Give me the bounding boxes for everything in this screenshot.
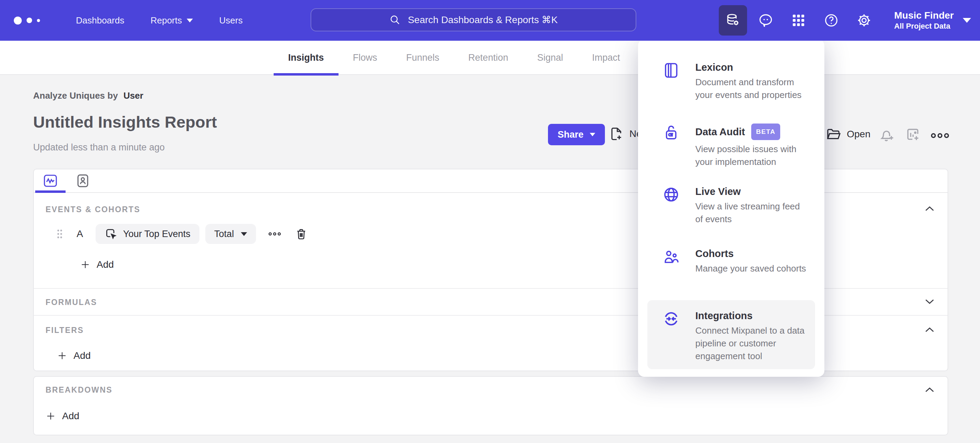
aggregation-dropdown[interactable]: Total [205,224,256,244]
tab-label: Impact [592,52,620,63]
project-selector[interactable]: Music Finder All Project Data [894,10,971,31]
feedback-button[interactable] [752,5,780,35]
section-label: BREAKDOWNS [46,385,936,395]
plus-icon [80,259,91,270]
grid-icon [791,13,806,28]
breakdowns-card: BREAKDOWNS Add [33,376,948,435]
menu-item-data-audit[interactable]: Data AuditBETA View possible issues with… [648,114,815,176]
breadcrumb-value[interactable]: User [124,91,143,101]
tab-funnels[interactable]: Funnels [391,41,454,75]
mixpanel-logo[interactable] [14,17,62,24]
menu-item-description: Manage your saved cohorts [695,262,808,275]
nav-links: Dashboards Reports Users [76,15,243,26]
caret-down-icon [963,18,971,23]
share-button[interactable]: Share [548,124,605,145]
menu-item-description: Document and transform your events and p… [695,76,808,102]
file-plus-icon [609,126,624,141]
data-management-button[interactable] [719,5,747,35]
menu-item-title: Live View [695,186,741,197]
builder-tab-metrics[interactable] [42,173,59,189]
expand-chevron-down-icon[interactable] [924,298,935,305]
menu-item-title: Lexicon [695,62,733,73]
caret-down-icon [590,133,595,136]
updated-timestamp: Updated less than a minute ago [33,142,165,153]
collapse-chevron-up-icon[interactable] [924,326,935,333]
pulse-chart-icon [42,173,59,189]
collapse-chevron-up-icon[interactable] [924,386,935,394]
menu-item-lexicon[interactable]: Lexicon Document and transform your even… [648,52,815,114]
settings-button[interactable] [850,5,878,35]
nav-item-reports[interactable]: Reports [150,15,193,26]
event-name: Your Top Events [123,229,191,240]
logo-dot [37,19,40,22]
help-circle-icon [823,13,839,28]
top-nav: Dashboards Reports Users Search Dashboar… [0,0,980,41]
bell-plus-icon [878,127,895,143]
nav-item-label: Users [219,15,243,26]
gear-icon [856,13,872,28]
logo-dot [27,17,32,23]
integrations-sync-icon [662,310,680,328]
tab-signal[interactable]: Signal [523,41,578,75]
add-breakdown-button[interactable]: Add [46,411,936,422]
open-report-button[interactable]: Open [826,126,870,142]
kebab-menu-icon [268,231,282,237]
search-placeholder: Search Dashboards & Reports ⌘K [408,14,558,25]
chat-bubble-icon [758,13,774,28]
collapse-chevron-up-icon[interactable] [924,205,935,213]
apps-grid-button[interactable] [784,5,813,35]
tab-retention[interactable]: Retention [454,41,523,75]
lexicon-book-icon [662,62,680,79]
nav-right-cluster: Music Finder All Project Data [714,0,971,41]
event-selector-button[interactable]: Your Top Events [95,224,199,244]
nav-item-label: Reports [150,15,182,26]
menu-item-title: Integrations [695,310,752,321]
page-title[interactable]: Untitled Insights Report [33,113,217,132]
delete-series-button[interactable] [295,227,308,241]
menu-item-title: Data Audit [695,126,745,137]
nav-item-users[interactable]: Users [219,15,243,26]
drag-handle-icon[interactable] [54,228,65,240]
tab-label: Flows [353,52,377,63]
search-input[interactable]: Search Dashboards & Reports ⌘K [310,8,636,32]
menu-item-title: Cohorts [695,248,733,259]
tab-flows[interactable]: Flows [339,41,392,75]
menu-item-description: Connect Mixpanel to a data pipeline or c… [695,324,808,363]
logo-dot [14,17,22,24]
tab-impact[interactable]: Impact [578,41,635,75]
menu-item-live-view[interactable]: Live View View a live streaming feed of … [648,176,815,238]
plus-icon [57,351,67,361]
cohorts-people-icon [662,248,680,266]
tab-label: Signal [537,52,563,63]
report-tabbar: Insights Flows Funnels Retention Signal … [0,41,980,75]
active-tab-underline [35,191,65,193]
trash-icon [295,227,308,241]
aggregation-value: Total [214,229,234,240]
add-label: Add [62,411,80,422]
menu-item-integrations[interactable]: Integrations Connect Mixpanel to a data … [648,300,815,369]
project-name: Music Finder [894,10,954,21]
add-to-dashboard-button[interactable] [905,126,921,144]
profile-card-icon [75,173,91,189]
tab-label: Funnels [406,52,439,63]
builder-tab-profiles[interactable] [75,173,91,189]
more-actions-button[interactable] [930,131,950,141]
series-options-button[interactable] [268,231,282,237]
database-gear-icon [725,13,741,28]
help-button[interactable] [817,5,845,35]
caret-down-icon [187,19,193,22]
series-letter: A [76,229,83,240]
search-icon [389,14,401,26]
kebab-menu-icon [930,131,950,140]
alert-button[interactable] [878,127,895,145]
nav-item-dashboards[interactable]: Dashboards [76,15,124,26]
tab-insights[interactable]: Insights [274,41,339,75]
lock-audit-icon [662,124,680,141]
menu-item-cohorts[interactable]: Cohorts Manage your saved cohorts [648,238,815,300]
report-tabs: Insights Flows Funnels Retention Signal … [274,41,635,75]
tab-label: Insights [288,52,324,63]
folder-open-icon [826,126,841,142]
chart-board-plus-icon [905,126,921,143]
share-label: Share [558,129,584,140]
breadcrumb-prefix: Analyze Uniques by [33,91,118,101]
